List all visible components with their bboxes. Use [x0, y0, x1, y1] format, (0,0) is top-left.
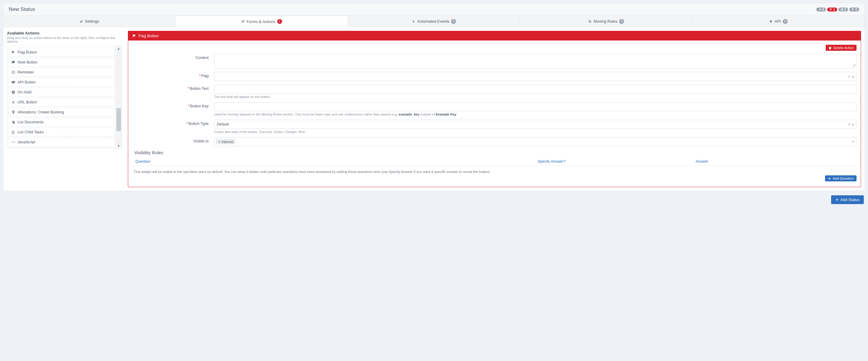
bolt-icon [412, 20, 415, 23]
panel-header: Flag Button [128, 31, 861, 40]
flag-icon [11, 51, 15, 54]
note-icon [11, 60, 15, 64]
tabs: Settings Forms & Actions 1 Automated Eve… [3, 16, 865, 27]
tab-automated-badge: 0 [451, 19, 456, 24]
action-item-list-child-tasks[interactable]: List Child Tasks [8, 128, 115, 137]
page-title: New Status [9, 6, 35, 12]
button-text-help: The text that will appear on the button. [214, 95, 857, 98]
visibility-rules-title: Visibility Rules [134, 150, 857, 155]
badge-users[interactable]: 0 [838, 7, 848, 11]
action-item-on-hold[interactable]: On Hold [8, 88, 115, 97]
scroll-up-button[interactable]: ▲ [116, 46, 122, 51]
flag-select[interactable]: ×▾ [214, 72, 857, 81]
content-label: Content [132, 54, 214, 60]
pencil-icon [818, 8, 822, 11]
available-actions-hint: Drag and drop an action below to the are… [7, 36, 122, 43]
button-key-label: *Button Key [132, 102, 214, 108]
action-item-label: Flag Button [18, 50, 37, 54]
tab-api-badge: 0 [783, 19, 787, 24]
scroll-down-button[interactable]: ▼ [116, 143, 122, 148]
visible-to-label: Visible to [132, 137, 214, 143]
pencil-icon [80, 20, 83, 23]
action-item-label: Allocations: Create Booking [18, 110, 64, 114]
button-key-help: Used for moving statuses in the Moving R… [214, 113, 857, 116]
button-key-input[interactable] [214, 102, 857, 111]
action-item-label: API Button [18, 80, 36, 84]
visibility-note: This widget will be visible to the speci… [134, 170, 857, 174]
badge-sliders[interactable]: 0 [849, 7, 859, 11]
available-actions-title: Available Actions [7, 31, 122, 35]
col-answer: Answer [696, 159, 854, 163]
tab-api[interactable]: API 0 [692, 16, 865, 27]
action-item-label: On Hold [18, 90, 31, 94]
pin-icon [11, 110, 15, 114]
scrollbar[interactable]: ▲ ▼ [116, 46, 122, 148]
flag-label: *Flag [132, 72, 214, 78]
tab-forms-actions[interactable]: Forms & Actions 1 [176, 16, 348, 27]
flag-icon [132, 34, 136, 38]
action-item-javascript[interactable]: JavaScript [8, 138, 115, 147]
form-icon [829, 8, 832, 11]
scroll-thumb[interactable] [116, 108, 121, 131]
link-icon [11, 100, 15, 104]
button-type-select[interactable]: Default×▾ [214, 120, 857, 129]
scroll-track[interactable] [116, 51, 122, 143]
add-question-button[interactable]: Add Question [825, 175, 857, 181]
action-item-document-upload[interactable]: Document Upload [8, 148, 115, 148]
action-item-api-button[interactable]: API Button [8, 78, 115, 87]
action-item-label: Note Button [18, 60, 37, 64]
visibility-table-header: Question Specify Answer? Answer [132, 157, 857, 166]
action-config-panel: Flag Button Delete Action Content [128, 31, 861, 187]
action-item-reminder[interactable]: Reminder [8, 68, 115, 77]
remove-chip-icon[interactable]: × [218, 140, 220, 144]
trash-icon [828, 46, 832, 50]
sliders-icon [588, 20, 592, 23]
action-item-flag-button[interactable]: Flag Button [8, 48, 115, 57]
clock-icon [11, 70, 15, 74]
tab-moving-rules[interactable]: Moving Rules 0 [520, 16, 692, 27]
users-icon [840, 8, 843, 11]
action-item-list-documents[interactable]: List Documents [8, 118, 115, 127]
plus-icon [835, 198, 839, 201]
screen-icon [11, 81, 15, 84]
action-item-allocations-create-booking[interactable]: Allocations: Create Booking [8, 108, 115, 117]
action-item-note-button[interactable]: Note Button [8, 58, 115, 67]
delete-action-button[interactable]: Delete Action [826, 45, 857, 51]
clear-icon[interactable]: × [848, 74, 850, 79]
button-text-input[interactable] [214, 85, 857, 94]
content-input[interactable]: ⁄⁄ [214, 54, 857, 68]
plus-icon [828, 177, 831, 180]
tab-forms-badge: 1 [277, 19, 282, 24]
sliders-icon [851, 8, 855, 11]
action-item-label: URL Button [18, 100, 37, 104]
action-item-url-button[interactable]: URL Button [8, 98, 115, 107]
pause-icon [11, 90, 15, 94]
code-icon [11, 140, 15, 144]
badge-pencil[interactable]: 0 [816, 7, 826, 11]
tab-automated-events[interactable]: Automated Events 0 [348, 16, 520, 27]
col-question: Question [135, 159, 537, 163]
copy-icon [11, 120, 15, 124]
plug-icon [769, 20, 773, 23]
action-item-label: Reminder [18, 70, 34, 74]
chevron-down-icon[interactable]: ▾ [852, 75, 854, 79]
header-badges: 0 1 0 0 [816, 7, 859, 11]
clear-icon[interactable]: × [852, 140, 855, 144]
add-status-button[interactable]: Add Status [831, 195, 864, 204]
tab-settings[interactable]: Settings [3, 16, 176, 27]
form-icon [241, 20, 245, 23]
col-specify-answer: Specify Answer? [537, 159, 696, 163]
badge-forms[interactable]: 1 [827, 7, 837, 11]
action-item-label: List Documents [18, 120, 43, 124]
visible-to-select[interactable]: ×Internal × [214, 137, 857, 146]
available-actions-list[interactable]: Flag ButtonNote ButtonReminderAPI Button… [7, 46, 116, 148]
chevron-down-icon[interactable]: ▾ [852, 123, 854, 126]
clear-icon[interactable]: × [848, 122, 850, 127]
button-type-label: *Button Type [132, 120, 214, 126]
visible-to-chip[interactable]: ×Internal [216, 140, 235, 144]
action-item-label: JavaScript [18, 140, 35, 144]
resize-handle-icon[interactable]: ⁄⁄ [854, 64, 855, 67]
tab-moving-badge: 0 [619, 19, 624, 24]
tree-icon [11, 130, 15, 134]
action-item-label: List Child Tasks [18, 130, 44, 134]
